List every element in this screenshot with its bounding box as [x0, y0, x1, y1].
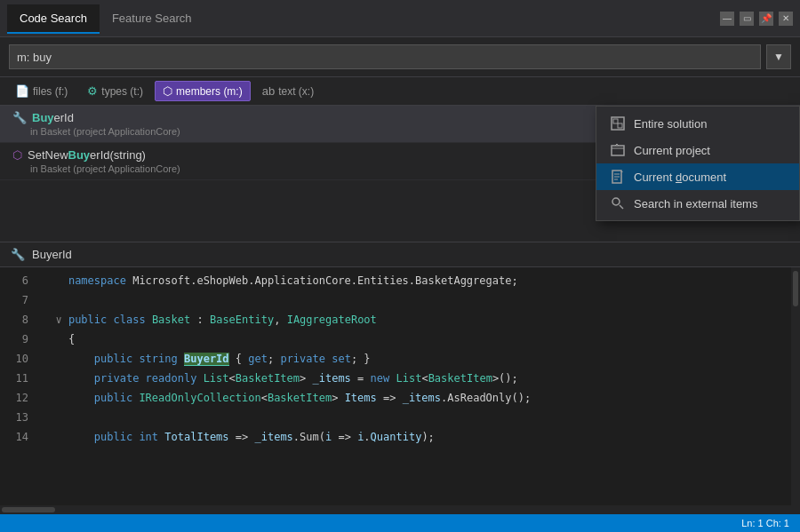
code-panel-header: 🔧 BuyerId — [0, 242, 800, 267]
scope-dropdown: Entire solution Current project Current … — [596, 106, 800, 221]
horizontal-scrollbar[interactable] — [0, 505, 800, 514]
search-input-wrap — [9, 44, 761, 69]
cursor-position: Ln: 1 Ch: 1 — [741, 518, 789, 528]
title-bar: Code Search Feature Search — ▭ 📌 ✕ — [0, 0, 800, 37]
minimize-button[interactable]: — — [720, 12, 734, 26]
result-name-2: SetNewBuyerId(string) — [28, 148, 146, 162]
filter-tabs: 📄 files (f:) ⚙ types (t:) ⬡ members (m:)… — [0, 77, 800, 106]
code-line-7 — [43, 290, 793, 310]
scope-current-document[interactable]: Current document — [596, 163, 799, 190]
code-line-9: { — [43, 330, 793, 349]
wrench-icon-1: 🔧 — [12, 111, 27, 124]
close-button[interactable]: ✕ — [779, 12, 793, 26]
code-panel-title: BuyerId — [32, 248, 72, 261]
scrollbar-h-thumb — [2, 507, 55, 512]
expand-button[interactable]: ▼ — [766, 44, 791, 69]
code-line-13 — [43, 408, 793, 427]
code-lines: namespace Microsoft.eShopWeb.Application… — [36, 267, 800, 505]
current-project-label: Current project — [634, 144, 710, 157]
result-name-1: BuyerId — [32, 111, 74, 124]
tab-code-search[interactable]: Code Search — [7, 4, 100, 34]
file-icon: 📄 — [15, 84, 29, 98]
code-line-12: public IReadOnlyCollection<BasketItem> I… — [43, 388, 793, 408]
tab-members[interactable]: ⬡ members (m:) — [155, 81, 251, 101]
members-icon: ⬡ — [163, 84, 172, 98]
tab-files-label: files (f:) — [33, 85, 68, 98]
svg-rect-2 — [618, 123, 622, 128]
cube-icon-2: ⬡ — [12, 148, 22, 162]
line-numbers: 6 7 8 9 10 11 12 13 14 — [0, 267, 36, 505]
svg-rect-1 — [613, 119, 618, 123]
restore-button[interactable]: ▭ — [740, 12, 754, 26]
entire-solution-icon — [611, 116, 625, 131]
scope-search-external[interactable]: Search in external items — [596, 190, 799, 217]
types-icon: ⚙ — [87, 84, 98, 98]
search-bar: ▼ — [0, 37, 800, 77]
code-line-10: public string BuyerId { get; private set… — [43, 349, 793, 369]
tab-text-label: text (x:) — [278, 85, 314, 98]
current-document-label: Current document — [634, 171, 726, 184]
code-line-14: public int TotalItems => _items.Sum(i =>… — [43, 427, 793, 447]
tab-types[interactable]: ⚙ types (t:) — [79, 81, 151, 101]
svg-rect-3 — [612, 146, 624, 155]
status-bar: Ln: 1 Ch: 1 — [0, 514, 800, 532]
code-line-8: ∨ public class Basket : BaseEntity, IAgg… — [43, 310, 793, 330]
text-icon: ab — [262, 84, 275, 98]
search-external-label: Search in external items — [634, 197, 757, 210]
tab-feature-search[interactable]: Feature Search — [100, 4, 204, 32]
code-line-11: private readonly List<BasketItem> _items… — [43, 369, 793, 388]
vertical-scrollbar[interactable] — [791, 267, 800, 505]
svg-point-5 — [612, 198, 620, 205]
header-wrench-icon: 🔧 — [11, 248, 25, 261]
current-document-icon — [611, 170, 625, 184]
tab-members-label: members (m:) — [176, 85, 243, 98]
tab-files[interactable]: 📄 files (f:) — [7, 81, 76, 101]
code-line-6: namespace Microsoft.eShopWeb.Application… — [43, 271, 793, 290]
scrollbar-thumb — [793, 271, 798, 306]
entire-solution-label: Entire solution — [634, 117, 707, 131]
pin-button[interactable]: 📌 — [759, 12, 773, 26]
scope-entire-solution[interactable]: Entire solution — [596, 110, 799, 137]
tab-text[interactable]: ab text (x:) — [254, 81, 322, 101]
current-project-icon — [611, 143, 625, 157]
code-body: 6 7 8 9 10 11 12 13 14 namespace Microso… — [0, 267, 800, 505]
window-controls: — ▭ 📌 ✕ — [720, 12, 793, 26]
search-input[interactable] — [17, 51, 753, 64]
results-area: 🔧 BuyerId in Basket (project Application… — [0, 106, 800, 248]
scope-current-project[interactable]: Current project — [596, 137, 799, 163]
tab-types-label: types (t:) — [101, 85, 143, 98]
search-external-icon — [611, 196, 625, 210]
code-panel: 🔧 BuyerId 6 7 8 9 10 11 12 13 14 namespa… — [0, 242, 800, 514]
